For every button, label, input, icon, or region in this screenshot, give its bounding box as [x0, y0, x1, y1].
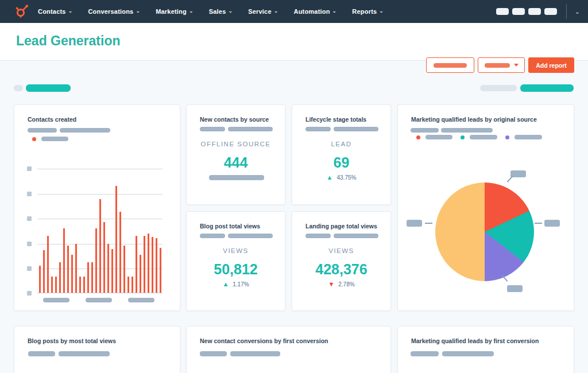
- stat-card-lifecycle-stage-totals: Lifecycle stage totals LEAD 69 ▲ 43.75%: [292, 104, 391, 205]
- nav-menu: Contacts⌄Conversations⌄Marketing⌄Sales⌄S…: [38, 8, 384, 15]
- bottom-card-new-contact-conversions: New contact conversions by first convers…: [186, 326, 391, 373]
- subtitle-placeholder: [305, 234, 331, 238]
- chevron-down-icon: ⌄: [228, 8, 233, 14]
- nav-item-conversations[interactable]: Conversations⌄: [88, 8, 140, 15]
- legend-dot-icon: [32, 137, 36, 141]
- y-tick-placeholder: [27, 166, 32, 171]
- pie-chart: [435, 182, 534, 281]
- metric-value: 69: [292, 154, 390, 171]
- bar: [160, 248, 161, 293]
- dropdown-caret-icon: [514, 64, 519, 67]
- card-title: Landing page total views: [305, 223, 377, 230]
- card-title: Contacts created: [28, 116, 76, 123]
- subtitle-placeholder: [442, 351, 494, 356]
- x-label-placeholder: [128, 298, 154, 302]
- metric-label: VIEWS: [187, 247, 285, 254]
- subtitle-placeholder: [200, 351, 227, 356]
- delta-value: 1.17%: [233, 281, 249, 287]
- subtitle-placeholder: [305, 127, 331, 131]
- bar: [152, 237, 153, 293]
- footer-placeholder: [209, 175, 264, 180]
- y-tick-placeholder: [27, 192, 32, 196]
- bottom-card-mql-by-first-conversion: Marketing qualified leads by first conve…: [397, 326, 574, 373]
- button-label-placeholder: [485, 63, 510, 68]
- pie-callout-line: [507, 176, 513, 182]
- metric-label: VIEWS: [292, 247, 390, 254]
- subtitle-placeholder: [228, 127, 273, 131]
- y-tick-placeholder: [27, 266, 32, 271]
- button-label-placeholder: [434, 63, 467, 68]
- subtitle-placeholder: [334, 234, 378, 238]
- legend-label-placeholder: [425, 135, 452, 139]
- x-axis-line: [37, 293, 163, 293]
- trend-icon: ▼: [328, 281, 334, 287]
- add-report-button[interactable]: Add report: [528, 57, 574, 73]
- chevron-down-icon: ⌄: [332, 8, 337, 14]
- subtitle-placeholder: [28, 128, 57, 133]
- bar: [136, 236, 137, 293]
- bar: [95, 228, 97, 293]
- nav-icon-placeholder-2[interactable]: [512, 8, 525, 15]
- bar: [75, 244, 77, 293]
- account-chevron-down-icon[interactable]: ⌄: [575, 8, 580, 15]
- chevron-down-icon: ⌄: [189, 8, 194, 14]
- card-title: Blog posts by most total views: [28, 337, 116, 344]
- bar: [51, 277, 53, 293]
- nav-item-marketing[interactable]: Marketing⌄: [156, 8, 194, 15]
- nav-item-sales[interactable]: Sales⌄: [209, 8, 233, 15]
- bar: [87, 262, 89, 293]
- y-tick-placeholder: [27, 291, 32, 296]
- subtitle-placeholder: [28, 351, 55, 356]
- nav-item-reports[interactable]: Reports⌄: [352, 8, 384, 15]
- hubspot-sprocket-icon[interactable]: [15, 4, 30, 19]
- page-header: Lead Generation Add report: [0, 23, 588, 61]
- top-nav: Contacts⌄Conversations⌄Marketing⌄Sales⌄S…: [0, 0, 588, 23]
- pie-callout-placeholder: [544, 220, 560, 227]
- subtitle-placeholder: [200, 127, 225, 131]
- bar-chart: [37, 169, 163, 293]
- card-title: New contact conversions by first convers…: [200, 337, 328, 344]
- pie-card-mql-by-original-source: Marketing qualified leads by original so…: [397, 104, 574, 311]
- legend-dot-icon: [461, 135, 465, 139]
- y-tick-placeholder: [27, 216, 32, 221]
- filter-pill-teal-right[interactable]: [520, 84, 574, 92]
- bar: [99, 199, 101, 293]
- nav-item-automation[interactable]: Automation⌄: [294, 8, 337, 15]
- nav-icon-placeholder-3[interactable]: [528, 8, 541, 15]
- nav-icon-placeholder-1[interactable]: [496, 8, 509, 15]
- legend-dot-icon: [416, 135, 420, 139]
- card-title: Blog post total views: [200, 223, 260, 230]
- bar: [115, 186, 117, 293]
- filter-pill-gray-right[interactable]: [480, 85, 517, 91]
- chevron-down-icon: ⌄: [136, 8, 140, 14]
- header-action-button-1[interactable]: [426, 57, 474, 73]
- subtitle-placeholder: [60, 128, 110, 133]
- page-title: Lead Generation: [16, 33, 120, 49]
- nav-icon-placeholder-4[interactable]: [544, 8, 557, 15]
- nav-item-service[interactable]: Service⌄: [248, 8, 278, 15]
- metric-value: 428,376: [292, 261, 390, 278]
- stat-card-new-contacts-by-source: New contacts by source OFFLINE SOURCE 44…: [186, 104, 285, 205]
- filter-pill-gray-left[interactable]: [14, 85, 23, 91]
- trend-delta: ▲ 43.75%: [292, 174, 390, 181]
- bar: [43, 250, 45, 293]
- bar: [127, 277, 129, 293]
- subtitle-placeholder: [411, 351, 439, 356]
- filter-pill-teal-left[interactable]: [26, 84, 71, 92]
- card-title: New contacts by source: [200, 116, 269, 123]
- bar: [119, 212, 121, 293]
- trend-delta: ▲ 1.17%: [187, 281, 285, 287]
- stat-card-blog-post-total-views: Blog post total views VIEWS 50,812 ▲ 1.1…: [186, 211, 285, 311]
- subtitle-placeholder: [228, 234, 273, 238]
- header-dropdown-button[interactable]: [478, 57, 525, 73]
- nav-divider: [566, 4, 567, 19]
- delta-value: 2.78%: [338, 281, 354, 287]
- bar: [103, 222, 105, 293]
- bar: [148, 234, 149, 293]
- bar: [91, 262, 93, 293]
- metric-value: 50,812: [187, 261, 285, 278]
- bar: [67, 246, 69, 293]
- trend-icon: ▲: [222, 281, 229, 287]
- nav-item-contacts[interactable]: Contacts⌄: [38, 8, 72, 15]
- bar: [63, 228, 65, 293]
